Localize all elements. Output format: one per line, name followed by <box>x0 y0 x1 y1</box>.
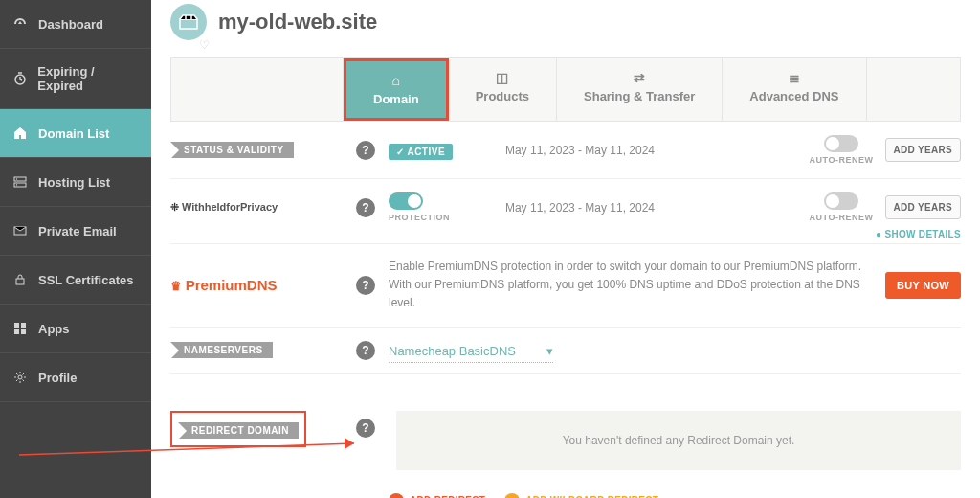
show-details-link[interactable]: SHOW DETAILS <box>876 229 961 239</box>
redirect-placeholder: You haven't defined any Redirect Domain … <box>396 411 961 470</box>
box-icon: ◫ <box>476 70 529 85</box>
svg-rect-2 <box>14 183 26 187</box>
grid-icon <box>11 320 29 337</box>
domain-badge-icon <box>170 4 207 40</box>
sidebar-item-label: SSL Certificates <box>38 273 133 287</box>
sidebar-item-label: Hosting List <box>38 175 110 190</box>
main-content: my-old-web.site ♡ ⌂ Domain ◫ Products ⇄ … <box>151 0 980 498</box>
sidebar-item-apps[interactable]: Apps <box>0 305 151 353</box>
status-badge: ACTIVE <box>389 144 453 160</box>
privacy-row: ⁜WithheldforPrivacy ? PROTECTION May 11,… <box>170 179 961 244</box>
redirect-label: REDIRECT DOMAIN <box>178 422 299 439</box>
sidebar: Dashboard Expiring / Expired Domain List… <box>0 0 151 498</box>
mail-icon <box>11 222 29 239</box>
home-icon <box>11 124 29 142</box>
sidebar-item-label: Profile <box>38 371 77 385</box>
sidebar-item-domain-list[interactable]: Domain List <box>0 109 151 158</box>
premium-dns-row: PremiumDNS ? Enable PremiumDNS protectio… <box>170 244 961 328</box>
auto-renew-label: AUTO-RENEW <box>810 213 874 222</box>
favorite-icon[interactable]: ♡ <box>199 38 980 52</box>
add-wildcard-redirect-button[interactable]: ∞ ADD WILDCARD REDIRECT <box>504 493 658 498</box>
auto-renew-toggle[interactable] <box>824 135 858 152</box>
svg-rect-6 <box>16 279 24 284</box>
share-icon: ⇄ <box>584 70 695 85</box>
tab-label: Domain <box>373 92 419 106</box>
nameservers-row: NAMESERVERS ? Namecheap BasicDNS ▾ <box>170 328 961 374</box>
premium-dns-brand: PremiumDNS <box>170 277 277 293</box>
privacy-brand: ⁜WithheldforPrivacy <box>170 201 278 214</box>
home-icon: ⌂ <box>373 73 419 88</box>
domain-header: my-old-web.site <box>151 0 980 40</box>
sidebar-item-label: Dashboard <box>38 17 103 32</box>
svg-rect-9 <box>14 329 19 334</box>
tab-label: Products <box>476 89 529 103</box>
add-redirect-button[interactable]: + ADD REDIRECT <box>389 493 485 498</box>
sidebar-item-label: Domain List <box>38 126 109 141</box>
add-years-button[interactable]: ADD YEARS <box>885 195 961 219</box>
tab-label: Advanced DNS <box>749 89 838 103</box>
sidebar-item-profile[interactable]: Profile <box>0 353 151 402</box>
content-rows: STATUS & VALIDITY ? ACTIVE May 11, 2023 … <box>151 122 980 498</box>
help-icon[interactable]: ? <box>356 198 375 217</box>
svg-rect-12 <box>180 19 197 29</box>
auto-renew-toggle[interactable] <box>824 192 858 210</box>
sidebar-item-label: Apps <box>38 322 70 336</box>
clock-icon <box>11 70 28 87</box>
tab-advanced-dns[interactable]: ≣ Advanced DNS <box>723 58 866 121</box>
help-icon[interactable]: ? <box>356 419 375 438</box>
tab-domain[interactable]: ⌂ Domain <box>344 58 449 121</box>
tab-sharing[interactable]: ⇄ Sharing & Transfer <box>557 58 723 121</box>
tab-products[interactable]: ◫ Products <box>449 58 557 121</box>
redirect-label-highlight: REDIRECT DOMAIN <box>170 411 306 447</box>
help-icon[interactable]: ? <box>356 276 375 295</box>
status-row: STATUS & VALIDITY ? ACTIVE May 11, 2023 … <box>170 122 961 179</box>
sidebar-item-dashboard[interactable]: Dashboard <box>0 0 151 49</box>
tabs: ⌂ Domain ◫ Products ⇄ Sharing & Transfer… <box>170 57 961 122</box>
premium-dns-desc: Enable PremiumDNS protection in order to… <box>389 258 884 313</box>
status-label: STATUS & VALIDITY <box>170 142 294 158</box>
sidebar-item-label: Private Email <box>38 224 117 238</box>
server-icon <box>11 173 29 191</box>
svg-rect-8 <box>21 323 26 328</box>
help-icon[interactable]: ? <box>356 141 375 160</box>
nameservers-select[interactable]: Namecheap BasicDNS ▾ <box>389 340 553 363</box>
wildcard-icon: ∞ <box>504 493 520 498</box>
protection-toggle[interactable] <box>389 192 423 210</box>
tab-label: Sharing & Transfer <box>584 89 695 103</box>
gear-icon <box>11 369 29 386</box>
redirect-actions: + ADD REDIRECT ∞ ADD WILDCARD REDIRECT <box>170 484 961 498</box>
tab-spacer-right <box>867 58 960 121</box>
help-icon[interactable]: ? <box>356 341 375 360</box>
svg-rect-7 <box>14 323 19 328</box>
domain-title: my-old-web.site <box>218 10 377 34</box>
protection-label: PROTECTION <box>389 213 450 222</box>
sidebar-item-hosting-list[interactable]: Hosting List <box>0 158 151 207</box>
sidebar-item-label: Expiring / Expired <box>37 64 140 93</box>
sidebar-item-expiring[interactable]: Expiring / Expired <box>0 49 151 109</box>
plus-icon: + <box>389 493 404 498</box>
lock-icon <box>11 271 29 288</box>
validity-dates: May 11, 2023 - May 11, 2024 <box>484 144 676 157</box>
auto-renew-label: AUTO-RENEW <box>810 155 874 165</box>
sidebar-item-ssl[interactable]: SSL Certificates <box>0 256 151 305</box>
nameservers-label: NAMESERVERS <box>170 342 273 358</box>
buy-now-button[interactable]: BUY NOW <box>885 272 961 299</box>
svg-point-3 <box>16 178 17 179</box>
svg-point-4 <box>16 184 17 185</box>
svg-point-11 <box>18 375 22 379</box>
redirect-row: REDIRECT DOMAIN ? You haven't defined an… <box>170 397 961 484</box>
dns-icon: ≣ <box>749 70 838 85</box>
privacy-dates: May 11, 2023 - May 11, 2024 <box>484 201 676 215</box>
svg-rect-1 <box>14 177 26 181</box>
sidebar-item-private-email[interactable]: Private Email <box>0 207 151 256</box>
gauge-icon <box>11 15 29 33</box>
add-years-button[interactable]: ADD YEARS <box>885 138 961 162</box>
svg-rect-10 <box>21 329 26 334</box>
tab-spacer <box>171 58 344 121</box>
